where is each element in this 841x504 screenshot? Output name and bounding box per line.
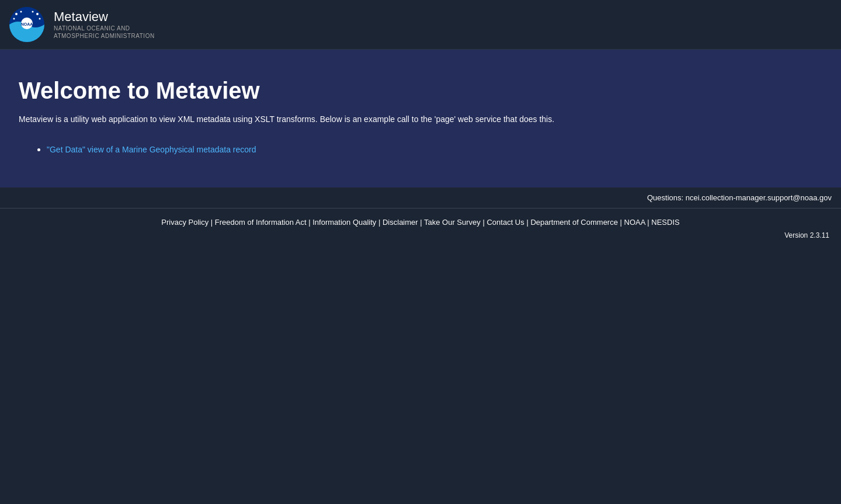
welcome-description: Metaview is a utility web application to… bbox=[19, 113, 822, 126]
app-header: NOAA Metaview NATIONAL OCEANIC AND ATMOS… bbox=[0, 0, 841, 50]
list-item: "Get Data" view of a Marine Geophysical … bbox=[47, 144, 822, 155]
footer-separator: | bbox=[376, 218, 383, 227]
noaa-logo: NOAA bbox=[9, 7, 44, 42]
footer-separator: | bbox=[307, 218, 313, 227]
svg-text:NOAA: NOAA bbox=[21, 22, 33, 26]
main-content bbox=[0, 249, 841, 504]
welcome-title: Welcome to Metaview bbox=[19, 78, 822, 104]
footer-separator: | bbox=[618, 218, 624, 227]
footer-separator: | bbox=[208, 218, 215, 227]
svg-point-4 bbox=[20, 11, 22, 13]
footer-separator: | bbox=[418, 218, 424, 227]
footer-links: Privacy Policy | Freedom of Information … bbox=[9, 218, 832, 227]
svg-point-6 bbox=[36, 13, 39, 15]
footer-link-take-our-survey[interactable]: Take Our Survey bbox=[424, 218, 481, 227]
svg-point-8 bbox=[39, 18, 41, 20]
footer-link-noaa[interactable]: NOAA bbox=[624, 218, 645, 227]
footer-link-contact-us[interactable]: Contact Us bbox=[486, 218, 524, 227]
svg-point-5 bbox=[13, 18, 15, 20]
app-title: Metaview bbox=[54, 9, 155, 25]
footer-separator: | bbox=[524, 218, 531, 227]
questions-bar: Questions: ncei.collection-manager.suppo… bbox=[0, 187, 841, 208]
footer: Privacy Policy | Freedom of Information … bbox=[0, 208, 841, 249]
footer-link-nesdis[interactable]: NESDIS bbox=[651, 218, 679, 227]
footer-link-department-of-commerce[interactable]: Department of Commerce bbox=[530, 218, 618, 227]
hero-section: Welcome to Metaview Metaview is a utilit… bbox=[0, 50, 841, 187]
svg-point-3 bbox=[15, 13, 18, 15]
marine-geophysical-link[interactable]: "Get Data" view of a Marine Geophysical … bbox=[47, 145, 256, 154]
questions-text: Questions: ncei.collection-manager.suppo… bbox=[647, 193, 832, 202]
svg-point-7 bbox=[32, 11, 34, 13]
footer-link-disclaimer[interactable]: Disclaimer bbox=[383, 218, 418, 227]
footer-separator: | bbox=[645, 218, 652, 227]
footer-link-information-quality[interactable]: Information Quality bbox=[312, 218, 376, 227]
footer-link-freedom-of-information-act[interactable]: Freedom of Information Act bbox=[215, 218, 307, 227]
example-links-list: "Get Data" view of a Marine Geophysical … bbox=[19, 144, 822, 155]
footer-separator: | bbox=[481, 218, 487, 227]
footer-link-privacy-policy[interactable]: Privacy Policy bbox=[161, 218, 208, 227]
version-text: Version 2.3.11 bbox=[9, 231, 832, 239]
org-name: NATIONAL OCEANIC AND ATMOSPHERIC ADMINIS… bbox=[54, 25, 155, 40]
header-text: Metaview NATIONAL OCEANIC AND ATMOSPHERI… bbox=[54, 9, 155, 40]
